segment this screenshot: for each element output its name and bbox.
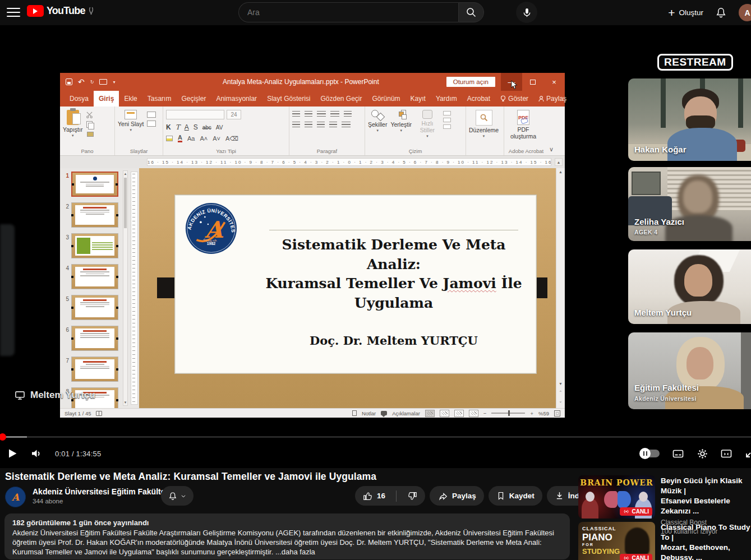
align-right-icon[interactable] [317,122,325,128]
zoom-in-button[interactable]: + [530,410,533,416]
strikethrough-button[interactable]: abc [202,124,211,131]
slide-thumb-7[interactable]: 7 [62,357,121,382]
tab-ekle[interactable]: Ekle [119,91,142,107]
tab-gozden-gecir[interactable]: Gözden Geçir [315,91,367,107]
slide-thumbnail-panel[interactable]: 1 2 3 4 5 [60,168,129,408]
create-button[interactable]: + Oluştur [668,7,703,18]
editing-button[interactable]: Düzenleme▼ [469,110,499,138]
slide-thumb-6[interactable]: 6 [62,326,121,351]
redo-icon[interactable]: ↻ [90,80,94,85]
fit-to-window-icon[interactable] [554,410,560,416]
volume-button[interactable] [30,448,43,459]
slide-thumb-5[interactable]: 5 [62,295,121,320]
normal-view-button[interactable] [425,410,435,417]
scrubber-dot[interactable] [0,433,6,441]
share-button[interactable]: Paylaş [430,486,484,506]
slide-thumb-4[interactable]: 4 [62,264,121,289]
tab-gecisler[interactable]: Geçişler [176,91,211,107]
pdf-create-button[interactable]: PDF PDF oluşturma [507,110,540,140]
copy-icon[interactable] [86,121,94,128]
shape-outline-icon[interactable] [443,118,451,122]
account-avatar[interactable]: A [739,4,751,21]
slideshow-view-button[interactable] [469,410,478,417]
recommendation-2[interactable]: CLASSICAL PIANO FOR STUDYING CANLI Class… [578,522,751,560]
voice-search-button[interactable] [516,2,537,23]
slide-thumb-3[interactable]: 3 [62,233,121,258]
zoom-slider[interactable] [491,413,525,414]
reading-view-button[interactable] [454,410,464,417]
customize-toolbar-icon[interactable]: ▾ [113,80,115,85]
save-icon[interactable] [66,78,72,85]
tab-giris[interactable]: Giriş [94,91,119,107]
save-button[interactable]: Kaydet [489,486,542,506]
slide-thumb-1[interactable]: 1 [62,172,121,197]
scroll-up-icon[interactable]: ▲ [555,158,563,166]
progress-bar[interactable] [0,436,751,438]
tab-yardim[interactable]: Yardım [431,91,462,107]
line-spacing-icon[interactable] [344,111,352,117]
shrink-font-button[interactable]: A˅ [213,135,220,142]
layout-icon[interactable] [147,112,156,118]
paste-button[interactable]: Yapıştır▼ [63,110,82,137]
zoom-out-button[interactable]: − [483,410,487,416]
numbering-icon[interactable] [305,111,312,117]
shapes-button[interactable]: Şekiller▼ [368,110,387,132]
like-button[interactable]: 16 [355,491,392,501]
decrease-indent-icon[interactable] [317,111,326,117]
slide-thumb-2[interactable]: 2 [62,202,121,228]
miniplayer-button[interactable] [720,448,733,459]
comments-toggle[interactable]: Açıklamalar [392,410,420,416]
columns-icon[interactable] [342,122,351,128]
notes-toggle[interactable]: Notlar [362,410,376,416]
ppt-signin-button[interactable]: Oturum açın [446,77,495,87]
shape-effects-icon[interactable] [443,124,451,129]
slideshow-icon[interactable] [99,79,107,85]
undo-icon[interactable]: ↶ [78,78,85,86]
font-name-select[interactable] [166,110,224,119]
format-painter-icon[interactable] [86,131,94,137]
tab-paylas[interactable]: Paylaş [533,91,572,107]
channel-name[interactable]: Akdeniz Üniversitesi Eğitim Fakültesi [33,487,172,496]
thumbnail-scrollbar[interactable]: ▲▼ [123,170,128,406]
bullets-icon[interactable] [292,111,300,117]
align-center-icon[interactable] [305,122,312,128]
recommendation-2-thumbnail[interactable]: CLASSICAL PIANO FOR STUDYING CANLI [578,522,655,560]
recommendation-2-title[interactable]: Classical Piano To Study To | Mozart, Be… [661,522,751,560]
increase-indent-icon[interactable] [330,111,339,117]
new-slide-button[interactable]: Yeni Slayt▼ [118,110,144,132]
justify-icon[interactable] [329,122,337,128]
channel-avatar[interactable]: A [5,487,26,507]
character-spacing-button[interactable]: AV [216,124,223,131]
play-button[interactable] [7,448,18,459]
highlight-color-button[interactable] [166,136,173,141]
quick-styles-button[interactable]: Hızlı Stiller▼ [415,110,440,138]
slide-sorter-view-button[interactable] [440,410,449,417]
bold-button[interactable]: K [166,123,171,131]
italic-button[interactable]: T [176,123,180,131]
cut-icon[interactable] [86,112,94,118]
settings-button[interactable] [697,448,708,460]
align-left-icon[interactable] [292,122,300,128]
current-slide[interactable]: AKDENİZ ÜNİVERSİTESİ A 1982 ANTALYA Sist… [174,195,537,374]
tab-acrobat[interactable]: Acrobat [462,91,495,107]
notifications-button[interactable] [715,6,727,19]
subscribed-bell-button[interactable] [161,486,193,506]
tab-slayt-gosterisi[interactable]: Slayt Gösterisi [262,91,315,107]
minimize-button[interactable]: — [501,73,522,91]
font-color-button[interactable]: A [178,135,182,142]
tab-animasyonlar[interactable]: Animasyonlar [211,91,262,107]
search-button[interactable] [458,2,484,22]
menu-button[interactable] [7,6,20,18]
font-size-select[interactable]: 24 [227,110,241,119]
recommendation-1-title[interactable]: Beyin Gücü İçin Klasik Müzik | Efsanevi … [661,476,751,516]
subtitles-button[interactable] [671,448,685,459]
tab-gorunum[interactable]: Görünüm [367,91,406,107]
shadow-button[interactable]: S [193,123,198,131]
tab-kayit[interactable]: Kayıt [406,91,431,107]
recommendation-1-thumbnail[interactable]: BRAIN POWER CANLI [578,475,655,519]
close-button[interactable]: × [543,73,565,91]
dislike-button[interactable] [400,491,425,501]
tab-dosya[interactable]: Dosya [64,91,94,107]
restore-button[interactable] [522,73,543,91]
autoplay-toggle[interactable] [641,450,660,457]
